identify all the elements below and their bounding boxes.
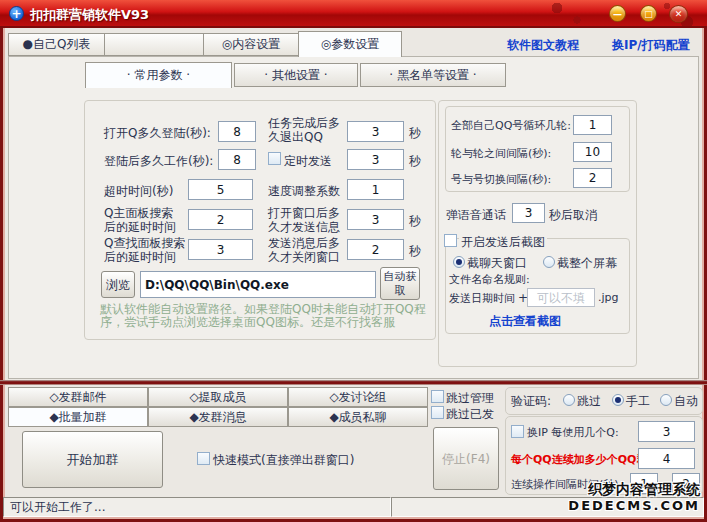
change-ip-config-link[interactable]: 换IP/打码配置 [612, 37, 690, 54]
change-ip-count-input[interactable] [638, 421, 695, 442]
open-q-login-input[interactable] [218, 121, 256, 142]
captcha-skip-label: 跳过 [577, 393, 601, 410]
start-join-group-button[interactable]: 开始加群 [22, 431, 163, 488]
tab-spacer [104, 33, 204, 56]
voice-call-prefix-label: 弹语音通话 [446, 207, 506, 224]
tab-batch-join-group[interactable]: ◆批量加群 [8, 407, 148, 427]
capture-full-screen-label: 截整个屏幕 [557, 255, 617, 272]
timeout-label: 超时时间(秒) [104, 183, 173, 200]
main-panel-search-delay-label: Q主面板搜索后的延时时间 [104, 206, 184, 234]
skip-admin-label: 跳过管理 [446, 390, 494, 407]
find-panel-search-delay-input[interactable] [188, 239, 253, 260]
quick-mode-label: 快速模式(直接弹出群窗口) [213, 452, 354, 469]
find-panel-search-delay-label: Q查找面板搜索后的延时时间 [104, 236, 190, 264]
browse-button[interactable]: 浏览 [101, 271, 135, 298]
quick-mode-checkbox[interactable] [197, 452, 210, 465]
close-button[interactable]: ✕ [669, 5, 688, 23]
app-window: + 扣扣群营销软件V93 — □ ✕ ●自己Q列表 ◎内容设置 ◎参数设置 软件… [0, 0, 707, 522]
captcha-manual-radio[interactable] [612, 394, 624, 406]
subtab-other-settings[interactable]: · 其他设置 · [234, 63, 358, 87]
open-q-login-label: 打开Q多久登陆(秒): [104, 125, 211, 142]
change-ip-checkbox[interactable] [511, 425, 524, 438]
round-interval-label: 轮与轮之间间隔(秒): [451, 146, 551, 161]
auto-get-button[interactable]: 自动获取 [380, 267, 420, 300]
group-limit-input[interactable] [638, 448, 695, 469]
tutorial-link[interactable]: 软件图文教程 [507, 37, 579, 54]
skip-sent-checkbox[interactable] [431, 406, 444, 419]
captcha-auto-radio[interactable] [660, 394, 672, 406]
loop-rounds-input[interactable] [573, 115, 612, 135]
voice-call-suffix-label: 秒后取消 [549, 207, 597, 224]
path-help-note: 默认软件能自动设置路径。如果登陆QQ时未能自动打开QQ程序，尝试手动点浏览选择桌… [100, 303, 432, 329]
window-title: 扣扣群营销软件V93 [30, 6, 149, 24]
work-after-login-input[interactable] [218, 149, 256, 170]
watermark-line2: DEDECMS.COM [480, 498, 700, 513]
round-interval-input[interactable] [573, 142, 612, 162]
send-after-open-unit-label: 秒 [409, 213, 421, 230]
skip-sent-label: 跳过已发 [446, 406, 494, 423]
speed-factor-label: 速度调整系数 [268, 183, 340, 200]
captcha-label: 验证码: [511, 393, 551, 410]
send-datetime-label: 发送日期时间 [449, 291, 515, 306]
filename-rule-label: 文件名命名规则: [449, 272, 530, 287]
switch-interval-input[interactable] [573, 168, 612, 188]
subtab-blacklist-settings[interactable]: · 黑名单等设置 · [360, 63, 506, 87]
loop-rounds-label: 全部自己QQ号循环几轮: [451, 118, 571, 133]
title-bar: + 扣扣群营销软件V93 — □ ✕ [0, 0, 707, 28]
captcha-skip-radio[interactable] [563, 394, 575, 406]
tab-parameter-settings[interactable]: ◎参数设置 [298, 31, 402, 57]
scheduled-send-unit-label: 秒 [409, 153, 421, 170]
view-screenshot-link[interactable]: 点击查看截图 [489, 313, 561, 330]
filename-suffix-input[interactable] [527, 288, 595, 307]
timeout-input[interactable] [188, 179, 253, 200]
panel-divider [0, 380, 707, 385]
work-after-login-label: 登陆后多久工作(秒): [104, 153, 213, 170]
scheduled-send-label: 定时发送 [284, 153, 332, 170]
watermark-line1: 织梦内容管理系统 [480, 481, 700, 499]
capture-full-screen-radio[interactable] [543, 256, 555, 268]
close-after-send-unit-label: 秒 [409, 243, 421, 260]
subtab-common-params[interactable]: · 常用参数 · [85, 62, 232, 88]
send-after-open-label: 打开窗口后多久才发送信息 [268, 206, 346, 234]
tab-group-mail[interactable]: ◇发群邮件 [8, 387, 148, 407]
status-message-cell: 可以开始工作了... [3, 497, 391, 517]
group-limit-label: 每个QQ连续加多少个QQ群: [511, 452, 652, 467]
jpg-extension-label: .jpg [598, 291, 619, 304]
tab-discussion-group[interactable]: ◇发讨论组 [288, 387, 428, 407]
qq-path-input[interactable] [140, 271, 376, 298]
tab-member-private-chat[interactable]: ◆成员私聊 [288, 407, 428, 427]
maximize-button[interactable]: □ [640, 5, 657, 22]
capture-chat-window-label: 截聊天窗口 [467, 255, 527, 272]
tab-group-message[interactable]: ◆发群消息 [148, 407, 288, 427]
send-after-open-input[interactable] [347, 209, 404, 230]
close-after-send-label: 发送消息后多久才关闭窗口 [268, 236, 346, 264]
switch-interval-label: 号与号切换间隔(秒): [451, 172, 551, 187]
exit-qq-after-task-label: 任务完成后多久退出QQ [268, 116, 346, 144]
exit-qq-after-task-input[interactable] [347, 121, 404, 142]
screenshot-toggle-checkbox[interactable] [444, 234, 457, 247]
app-logo-icon: + [9, 6, 24, 21]
tab-content-settings[interactable]: ◎内容设置 [203, 33, 299, 56]
captcha-manual-label: 手工 [626, 393, 650, 410]
tab-self-q-list[interactable]: ●自己Q列表 [8, 33, 105, 56]
minimize-button[interactable]: — [609, 5, 626, 22]
main-panel-search-delay-input[interactable] [188, 209, 253, 230]
capture-chat-window-radio[interactable] [453, 256, 465, 268]
voice-call-seconds-input[interactable] [512, 203, 545, 223]
scheduled-send-input[interactable] [347, 149, 404, 170]
speed-factor-input[interactable] [347, 179, 404, 200]
close-after-send-input[interactable] [347, 239, 404, 260]
scheduled-send-checkbox[interactable] [268, 152, 281, 165]
captcha-auto-label: 自动 [674, 393, 698, 410]
change-ip-label: 换IP 每使用几个Q: [527, 425, 619, 440]
screenshot-toggle-label: 开启发送后截图 [459, 234, 547, 251]
skip-admin-checkbox[interactable] [431, 390, 444, 403]
exit-qq-unit-label: 秒 [409, 125, 421, 142]
tab-extract-members[interactable]: ◇提取成员 [148, 387, 288, 407]
